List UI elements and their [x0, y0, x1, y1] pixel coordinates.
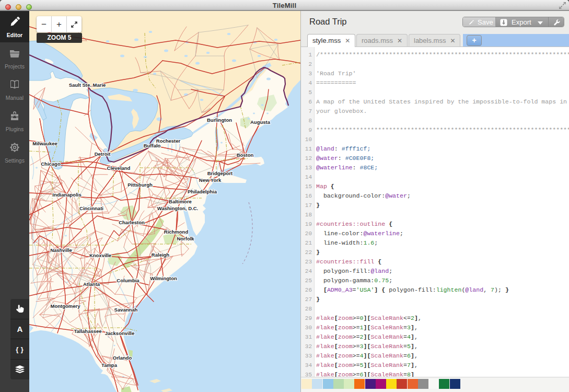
svg-text:Raleigh: Raleigh — [152, 252, 170, 258]
svg-text:Savannah: Savannah — [114, 307, 138, 313]
svg-text:Orlando: Orlando — [113, 355, 132, 361]
svg-text:Sault Ste. Marie: Sault Ste. Marie — [69, 82, 106, 88]
svg-text:Montgomery: Montgomery — [51, 303, 81, 309]
svg-text:Milwaukee: Milwaukee — [32, 141, 57, 146]
svg-text:Augusta: Augusta — [250, 119, 271, 125]
svg-text:Pittsburgh: Pittsburgh — [127, 182, 153, 188]
svg-text:Philadelphia: Philadelphia — [188, 189, 217, 194]
svg-text:Charleston: Charleston — [119, 220, 145, 225]
svg-text:Atlanta: Atlanta — [83, 281, 100, 287]
svg-text:Wilmington: Wilmington — [150, 275, 177, 281]
svg-text:Columbia: Columbia — [117, 278, 140, 283]
svg-text:Jacksonville: Jacksonville — [105, 330, 135, 336]
svg-text:New York: New York — [199, 177, 222, 183]
svg-text:Cincinnati: Cincinnati — [79, 205, 103, 211]
svg-text:Norfolk: Norfolk — [177, 236, 194, 241]
svg-text:Detroit: Detroit — [95, 151, 111, 157]
svg-text:Baltimore: Baltimore — [169, 199, 192, 204]
svg-text:Tampa: Tampa — [101, 362, 118, 368]
svg-text:Rochester: Rochester — [156, 138, 181, 144]
svg-text:Boston: Boston — [237, 152, 254, 158]
svg-text:Burlington: Burlington — [207, 117, 232, 123]
svg-text:Chicago: Chicago — [41, 161, 61, 167]
svg-text:Richmond: Richmond — [164, 229, 189, 235]
svg-text:Nashville: Nashville — [50, 247, 72, 253]
svg-text:Cleveland: Cleveland — [107, 165, 131, 171]
svg-text:Indianapolis: Indianapolis — [52, 192, 81, 198]
svg-text:Washington, D.C.: Washington, D.C. — [157, 205, 198, 211]
svg-text:Bridgeport: Bridgeport — [207, 170, 233, 176]
svg-text:Knoxville: Knoxville — [89, 252, 111, 258]
svg-text:Tallahassee: Tallahassee — [74, 328, 101, 334]
